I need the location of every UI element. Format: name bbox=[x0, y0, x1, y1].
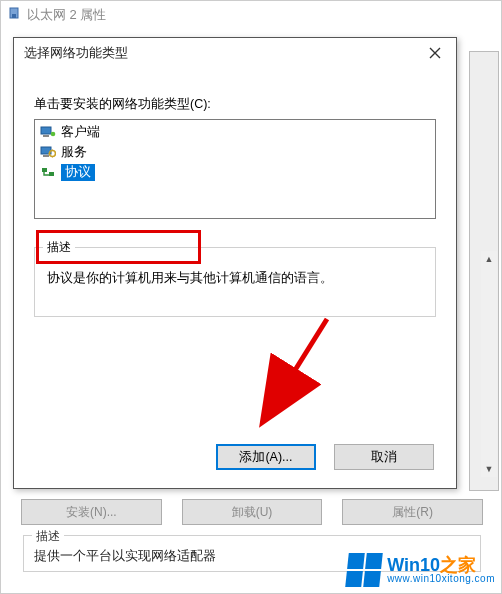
install-button[interactable]: 安装(N)... bbox=[21, 499, 162, 525]
svg-rect-3 bbox=[43, 135, 49, 137]
outer-description-legend: 描述 bbox=[32, 528, 64, 545]
dialog-button-row: 添加(A)... 取消 bbox=[216, 444, 434, 470]
properties-button[interactable]: 属性(R) bbox=[342, 499, 483, 525]
ethernet-icon bbox=[7, 7, 21, 24]
close-button[interactable] bbox=[422, 42, 448, 64]
description-text: 协议是你的计算机用来与其他计算机通信的语言。 bbox=[47, 270, 423, 288]
watermark-url: www.win10xitong.com bbox=[387, 574, 495, 584]
uninstall-button[interactable]: 卸载(U) bbox=[182, 499, 323, 525]
scroll-down-icon[interactable]: ▼ bbox=[481, 461, 497, 477]
dialog-titlebar: 选择网络功能类型 bbox=[14, 38, 456, 68]
service-icon bbox=[39, 144, 57, 160]
list-item[interactable]: 客户端 bbox=[37, 122, 433, 142]
list-item[interactable]: 服务 bbox=[37, 142, 433, 162]
dialog-title: 选择网络功能类型 bbox=[24, 44, 128, 62]
dialog-prompt: 单击要安装的网络功能类型(C): bbox=[34, 96, 436, 113]
svg-rect-8 bbox=[42, 168, 47, 172]
protocol-icon bbox=[39, 164, 57, 180]
watermark: Win10之家 www.win10xitong.com bbox=[347, 553, 495, 587]
scroll-up-icon[interactable]: ▲ bbox=[481, 251, 497, 267]
watermark-brand: Win10之家 bbox=[387, 556, 495, 574]
close-icon bbox=[429, 47, 441, 59]
cancel-button[interactable]: 取消 bbox=[334, 444, 434, 470]
description-legend: 描述 bbox=[43, 239, 75, 256]
outer-titlebar: 以太网 2 属性 bbox=[1, 1, 502, 29]
windows-logo-icon bbox=[345, 553, 383, 587]
outer-window-title: 以太网 2 属性 bbox=[27, 6, 106, 24]
description-group: 描述 协议是你的计算机用来与其他计算机通信的语言。 bbox=[34, 247, 436, 317]
client-icon bbox=[39, 124, 57, 140]
svg-point-4 bbox=[51, 132, 56, 137]
feature-type-listbox[interactable]: 客户端 服务 协议 bbox=[34, 119, 436, 219]
list-item-label: 客户端 bbox=[61, 124, 100, 141]
add-button[interactable]: 添加(A)... bbox=[216, 444, 316, 470]
outer-button-row: 安装(N)... 卸载(U) 属性(R) bbox=[21, 499, 483, 525]
scrollbar[interactable]: ▲ ▼ bbox=[481, 251, 497, 477]
list-item[interactable]: 协议 bbox=[37, 162, 433, 182]
svg-rect-6 bbox=[43, 155, 49, 157]
svg-rect-2 bbox=[41, 127, 51, 134]
svg-rect-1 bbox=[12, 14, 16, 18]
select-network-feature-dialog: 选择网络功能类型 单击要安装的网络功能类型(C): 客户端 服务 bbox=[13, 37, 457, 489]
list-item-label: 协议 bbox=[61, 164, 95, 181]
list-item-label: 服务 bbox=[61, 144, 87, 161]
